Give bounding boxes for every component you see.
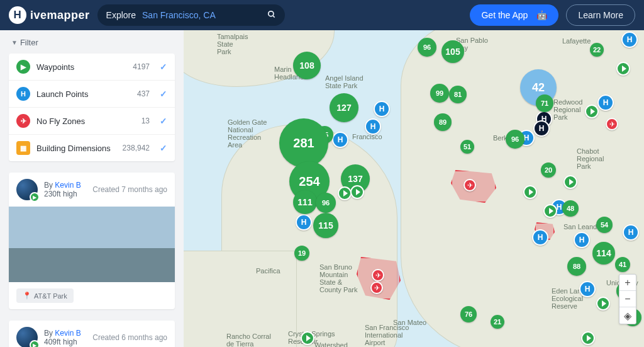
filter-count: 13 [142, 117, 150, 125]
waypoint-cluster[interactable]: 105 [441, 40, 464, 63]
no-fly-plane-icon[interactable]: ✈ [606, 118, 618, 130]
author-link[interactable]: Kevin B [55, 329, 80, 338]
map-label: TamalpaisStatePark [217, 33, 248, 55]
waypoint-flag-marker[interactable] [581, 331, 595, 345]
zoom-in-button[interactable]: + [619, 275, 636, 291]
filter-row-building-dimensions[interactable]: ▦Building Dimensions238,942✓ [9, 135, 175, 161]
waypoint-cluster[interactable]: 115 [313, 213, 338, 238]
map-label: San Mateo [393, 319, 426, 326]
filter-icon: H [16, 87, 30, 101]
no-fly-plane-icon[interactable]: ✈ [372, 269, 384, 282]
waypoint-flag-marker[interactable] [350, 185, 364, 199]
waypoint-cluster[interactable]: 127 [330, 93, 358, 122]
waypoint-cluster[interactable]: 114 [592, 242, 615, 265]
created-date: Created 7 months ago [92, 185, 167, 194]
waypoint-cluster[interactable]: 88 [567, 257, 586, 276]
search-query[interactable]: San Francisco, CA [142, 10, 261, 20]
pin-icon: 📍 [23, 292, 31, 300]
waypoint-flag-marker[interactable] [616, 62, 630, 76]
map-label: Angel IslandState Park [325, 74, 364, 89]
brand[interactable]: H ivemapper [9, 6, 90, 24]
launch-point-marker[interactable]: H [532, 229, 548, 246]
waypoint-cluster[interactable]: 99 [430, 84, 449, 103]
map-label: Pacifica [256, 267, 280, 275]
caret-down-icon: ▼ [11, 39, 18, 46]
waypoint-cluster[interactable]: 96 [316, 193, 336, 213]
header: H ivemapper Explore San Francisco, CA Ge… [0, 0, 644, 30]
waypoint-flag-marker[interactable] [301, 331, 314, 345]
waypoint-cluster[interactable]: 51 [460, 140, 474, 154]
filter-toggle[interactable]: ▼ Filter [0, 30, 184, 54]
filter-label: Launch Points [36, 89, 131, 99]
learn-more-button[interactable]: Learn More [566, 4, 635, 26]
waypoint-flag-marker[interactable] [523, 185, 537, 199]
waypoint-cluster[interactable]: 96 [418, 38, 436, 57]
geolocate-button[interactable]: ◈ [619, 307, 636, 324]
waypoint-cluster[interactable]: 48 [562, 200, 579, 217]
launch-point-marker[interactable]: H [579, 281, 596, 297]
waypoint-cluster[interactable]: 20 [541, 162, 556, 178]
map[interactable]: TamalpaisStateParkAngel IslandState Park… [184, 30, 644, 347]
by-label: By [44, 181, 55, 190]
author-link[interactable]: Kevin B [55, 181, 80, 190]
filter-label: No Fly Zones [36, 117, 135, 126]
waypoint-cluster[interactable]: 81 [449, 86, 467, 103]
filter-row-waypoints[interactable]: ▶Waypoints4197✓ [9, 54, 175, 81]
map-label: ChabotRegionalPark [577, 147, 604, 170]
waypoint-flag-marker[interactable] [338, 186, 352, 200]
waypoint-cluster[interactable]: 19 [294, 246, 309, 261]
search-icon[interactable] [267, 10, 276, 21]
zoom-out-button[interactable]: − [619, 291, 636, 307]
waypoint-cluster[interactable]: 111 [293, 190, 317, 214]
waypoint-cluster[interactable]: 281 [279, 118, 328, 168]
map-label: Rancho Corralde Tierra [226, 333, 271, 347]
search-bar[interactable]: Explore San Francisco, CA [97, 4, 285, 26]
waypoint-cluster[interactable]: 22 [590, 43, 604, 57]
waypoint-cluster[interactable]: 54 [596, 217, 613, 233]
filter-row-launch-points[interactable]: HLaunch Points437✓ [9, 81, 175, 108]
map-label: Golden GateNationalRecreationArea [228, 118, 267, 149]
launch-point-marker[interactable]: H [332, 132, 348, 148]
launch-point-marker[interactable]: H [365, 118, 381, 135]
feed-card[interactable]: ▶By Kevin B409ft highCreated 6 months ag… [9, 321, 175, 347]
brand-logo-icon: H [9, 6, 26, 24]
waypoint-flag-marker[interactable] [543, 204, 557, 218]
waypoint-flag-marker[interactable] [596, 297, 610, 310]
map-label: Francisco [352, 133, 382, 140]
filter-row-no-fly-zones[interactable]: ✈No Fly Zones13✓ [9, 108, 175, 135]
location-tag[interactable]: 📍AT&T Park [16, 288, 74, 303]
no-fly-plane-icon[interactable]: ✈ [370, 282, 383, 294]
waypoint-cluster[interactable]: 21 [491, 315, 504, 329]
avatar[interactable]: ▶ [16, 179, 38, 200]
check-icon[interactable]: ✓ [160, 89, 167, 99]
feed-card[interactable]: ▶By Kevin B230ft highCreated 7 months ag… [9, 173, 175, 309]
waypoint-cluster[interactable]: 108 [293, 52, 321, 79]
waypoint-cluster[interactable]: 76 [460, 306, 477, 322]
android-icon: 🤖 [536, 10, 547, 20]
launch-point-marker[interactable]: H [574, 232, 590, 248]
created-date: Created 6 months ago [92, 333, 167, 342]
waypoint-flag-marker[interactable] [564, 175, 577, 189]
launch-point-marker[interactable]: H [533, 120, 550, 137]
waypoint-cluster[interactable]: 71 [536, 94, 553, 112]
avatar[interactable]: ▶ [16, 327, 38, 347]
waypoint-cluster[interactable]: 89 [434, 113, 452, 131]
check-icon[interactable]: ✓ [160, 62, 167, 72]
zoom-control: + − ◈ [619, 274, 636, 324]
map-label: RedwoodRegionalPark [553, 98, 582, 121]
card-image[interactable] [9, 207, 175, 282]
waypoint-flag-marker[interactable] [585, 105, 599, 118]
waypoint-cluster[interactable]: 41 [615, 257, 630, 272]
launch-point-marker[interactable]: H [296, 214, 312, 230]
launch-point-marker[interactable]: H [374, 101, 390, 117]
waypoint-cluster[interactable]: 96 [506, 130, 525, 149]
get-app-button[interactable]: Get the App 🤖 [470, 4, 558, 26]
map-label: San BrunoMountainState &County Park [319, 263, 358, 293]
no-fly-plane-icon[interactable]: ✈ [464, 179, 476, 191]
launch-point-marker[interactable]: H [597, 94, 614, 111]
launch-point-marker[interactable]: H [623, 224, 639, 241]
launch-point-marker[interactable]: H [621, 31, 638, 48]
check-icon[interactable]: ✓ [160, 116, 167, 126]
filter-count: 4197 [133, 62, 150, 71]
check-icon[interactable]: ✓ [160, 143, 167, 153]
